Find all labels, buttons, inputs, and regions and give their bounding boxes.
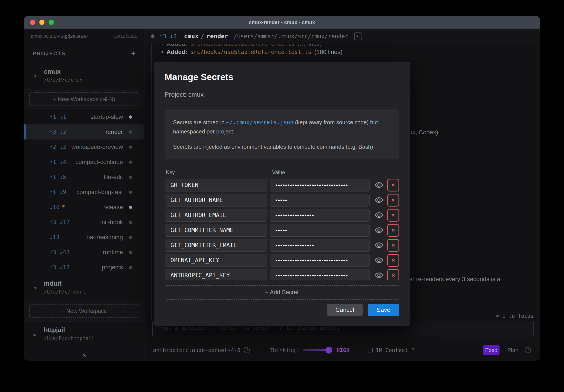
- secret-key-input[interactable]: ANTHROPIC_API_KEY: [165, 269, 267, 280]
- screen: cmux-render - cmux - cmux cmux v0.1.0-43…: [0, 0, 564, 392]
- secret-value-input[interactable]: ●●●●●●●●●●●●●●●●: [270, 209, 370, 222]
- model-help-icon[interactable]: ?: [244, 347, 250, 353]
- reveal-eye-icon[interactable]: [374, 256, 383, 265]
- project-path: /U/a/P/c/cmux: [44, 77, 144, 83]
- add-secret-button[interactable]: + Add Secret: [165, 285, 399, 300]
- delete-secret-button[interactable]: ×: [387, 254, 399, 267]
- secret-key-input[interactable]: OPENAI_API_KEY: [165, 254, 267, 267]
- close-window-button[interactable]: [30, 20, 35, 25]
- thinking-level-badge: HIGH: [337, 347, 350, 353]
- delete-secret-button[interactable]: ×: [387, 194, 399, 207]
- context-help-icon[interactable]: ?: [412, 347, 415, 353]
- delete-secret-button[interactable]: ×: [387, 209, 399, 222]
- workspace-name: oai-reasoning: [86, 234, 123, 241]
- exec-mode-button[interactable]: Exec: [483, 345, 500, 355]
- chat-accent-line: [152, 44, 152, 321]
- workspace-row[interactable]: ↑2 ↓2 workspace-preview: [24, 140, 144, 154]
- reveal-eye-icon[interactable]: [374, 181, 383, 190]
- chevron-down-icon[interactable]: ▼: [33, 286, 37, 291]
- chat-line-added: • Added: src/hooks/useStableReference.te…: [161, 48, 342, 56]
- git-stats: ↑1 ↓1: [49, 114, 66, 120]
- git-stats: ↑3 ↓2: [159, 33, 177, 40]
- reveal-eye-icon[interactable]: [374, 226, 383, 235]
- key-column-header: Key: [166, 169, 175, 175]
- workspace-row[interactable]: ↓10 * release: [24, 200, 144, 215]
- traffic-lights: [30, 20, 54, 25]
- collapse-sidebar-button[interactable]: «: [24, 347, 144, 361]
- workspace-topbar: ↑3 ↓2 cmux/render /Users/ammar/.cmux/src…: [144, 28, 540, 44]
- breadcrumb-workspace[interactable]: render: [207, 33, 228, 40]
- save-button[interactable]: Save: [368, 304, 399, 316]
- workspace-row[interactable]: ↑3 ↓12 projects: [24, 260, 144, 275]
- secret-value-input[interactable]: ●●●●●●●●●●●●●●●●●●●●●●●●●●●●●●: [270, 179, 370, 192]
- chat-text-fragment: ar re-renders every 3 seconds is a: [409, 276, 500, 283]
- status-dot: [129, 161, 132, 164]
- model-selector[interactable]: anthropic:claude-sonnet-4-5: [153, 347, 240, 353]
- secret-key-input[interactable]: GIT_COMMITTER_EMAIL: [165, 239, 267, 252]
- delete-secret-button[interactable]: ×: [387, 239, 399, 252]
- new-workspace-button[interactable]: + New Workspace (⌘·N): [29, 92, 139, 106]
- slider-knob[interactable]: [325, 347, 332, 353]
- reveal-eye-icon[interactable]: [374, 271, 383, 280]
- context-checkbox[interactable]: [368, 348, 373, 352]
- thinking-slider[interactable]: [303, 349, 331, 351]
- chevron-down-icon[interactable]: ▼: [33, 74, 37, 79]
- workspace-row[interactable]: ↑1 ↓4 compact-continue: [24, 154, 144, 169]
- chevron-right-icon[interactable]: ▶: [33, 333, 36, 337]
- secret-row: ANTHROPIC_API_KEY ●●●●●●●●●●●●●●●●●●●●●●…: [165, 269, 399, 280]
- new-workspace-button[interactable]: + New Workspace: [29, 304, 139, 318]
- workspace-row[interactable]: ↑3 ↓12 init-hook: [24, 215, 144, 230]
- secret-value-input[interactable]: ●●●●●●●●●●●●●●●●: [270, 239, 370, 252]
- git-stats: ↑2 ↓2: [49, 144, 66, 150]
- workspace-row[interactable]: ↑1 ↓1 startup-slow: [24, 109, 144, 125]
- secret-value-input[interactable]: ●●●●●: [270, 194, 370, 207]
- project-path: /U/a/P/c/httpjail: [44, 336, 144, 341]
- secrets-table-header: Key Value: [165, 169, 399, 175]
- reveal-eye-icon[interactable]: [374, 196, 383, 205]
- project-item-mdurl[interactable]: ▼ mdurl /U/a/P/c/mdurl: [24, 275, 144, 301]
- sidebar: cmux v0.1.0-43-gd2a5e9a7 10/13/2025 PROJ…: [24, 28, 144, 361]
- secret-value-input[interactable]: ●●●●●: [270, 224, 370, 237]
- plan-mode-button[interactable]: Plan: [507, 347, 518, 353]
- project-item-cmux[interactable]: ▼ cmux /U/a/P/c/cmux: [24, 63, 144, 89]
- secrets-file-path: ~/.cmux/secrets.json: [226, 119, 293, 126]
- zoom-window-button[interactable]: [49, 20, 54, 25]
- delete-secret-button[interactable]: ×: [387, 179, 399, 192]
- terminal-icon[interactable]: >_: [354, 32, 362, 40]
- secrets-info-box: Secrets are stored in ~/.cmux/secrets.js…: [165, 110, 399, 159]
- minimize-window-button[interactable]: [39, 20, 44, 25]
- workspace-row[interactable]: ↑1 ↓9 compact-bug-fast: [24, 185, 144, 200]
- status-dot: [129, 206, 132, 209]
- reveal-eye-icon[interactable]: [374, 211, 383, 220]
- secret-value-input[interactable]: ●●●●●●●●●●●●●●●●●●●●●●●●●●●●●●: [270, 269, 370, 280]
- reveal-eye-icon[interactable]: [374, 241, 383, 250]
- workspace-row[interactable]: ↓13 oai-reasoning: [24, 230, 144, 245]
- secret-key-input[interactable]: GIT_AUTHOR_EMAIL: [165, 209, 267, 222]
- breadcrumb-project[interactable]: cmux: [184, 33, 198, 40]
- mode-help-icon[interactable]: ?: [525, 347, 531, 353]
- file-path: src/hooks/useStableReference.test.ts: [190, 49, 311, 55]
- git-stats: ↑3 ↓12: [49, 219, 70, 225]
- workspace-name: file-edit: [104, 174, 123, 181]
- secret-row: OPENAI_API_KEY ●●●●●●●●●●●●●●●●●●●●●●●●●…: [165, 254, 399, 267]
- secret-key-input[interactable]: GH_TOKEN: [165, 179, 267, 192]
- delete-secret-button[interactable]: ×: [387, 269, 399, 280]
- chat-line-clipped: • Added: src/hooks/useStableReference.ts…: [161, 44, 322, 47]
- bullet: •: [161, 44, 164, 47]
- project-item-httpjail[interactable]: ▶ httpjail /U/a/P/c/httpjail: [24, 321, 144, 347]
- status-dot: [129, 266, 132, 269]
- secret-key-input[interactable]: GIT_AUTHOR_NAME: [165, 194, 267, 207]
- secret-value-input[interactable]: ●●●●●●●●●●●●●●●●●●●●●●●●●●●●●●: [270, 254, 370, 267]
- workspace-row[interactable]: ↑3 ↓2 render: [24, 125, 144, 140]
- status-dot: [129, 236, 132, 239]
- projects-header-row: PROJECTS +: [24, 44, 144, 63]
- add-project-button[interactable]: +: [131, 49, 136, 58]
- context-label[interactable]: 1M Context: [376, 347, 408, 353]
- workspace-row[interactable]: ↑1 ↓5 file-edit: [24, 169, 144, 185]
- delete-secret-button[interactable]: ×: [387, 224, 399, 237]
- secret-key-input[interactable]: GIT_COMMITTER_NAME: [165, 224, 267, 237]
- secret-row: GIT_COMMITTER_NAME ●●●●● ×: [165, 224, 399, 237]
- workspace-name: workspace-preview: [71, 143, 123, 150]
- workspace-row[interactable]: ↑3 ↓42 runtime: [24, 245, 144, 260]
- cancel-button[interactable]: Cancel: [327, 304, 363, 316]
